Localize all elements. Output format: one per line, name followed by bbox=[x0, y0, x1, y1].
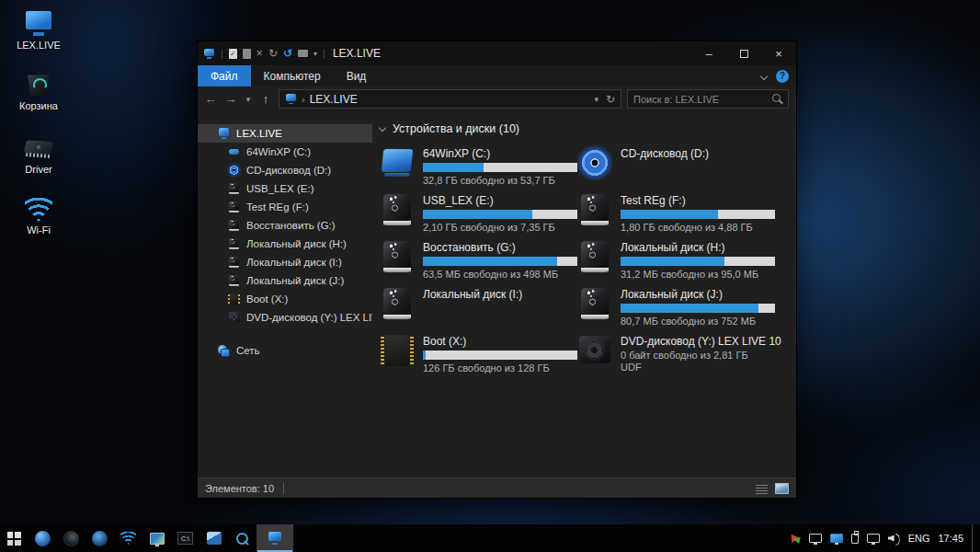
taskbar-app-file-explorer[interactable] bbox=[256, 524, 293, 552]
up-button[interactable]: ↑ bbox=[258, 92, 273, 106]
network-pc-icon[interactable] bbox=[809, 534, 822, 543]
rename-icon[interactable] bbox=[298, 50, 308, 57]
sidebar-item-drive-f[interactable]: Test REg (F:) bbox=[198, 198, 372, 216]
sidebar-item-drive-i[interactable]: Локальный диск (I:) bbox=[198, 253, 372, 271]
drive-item-j[interactable]: Локальный диск (J:) 80,7 МБ свободно из … bbox=[577, 287, 775, 329]
sidebar-item-drive-e[interactable]: USB_LEX (E:) bbox=[198, 179, 372, 198]
forward-button[interactable]: → bbox=[223, 92, 238, 106]
taskbar-app-browser-blue[interactable] bbox=[28, 524, 57, 552]
language-indicator[interactable]: ENG bbox=[908, 533, 930, 544]
chevron-down-icon[interactable] bbox=[760, 72, 768, 79]
sidebar-item-lexlive[interactable]: LEX.LIVE bbox=[198, 124, 372, 143]
taskbar-app-blue[interactable] bbox=[85, 524, 114, 552]
recent-locations-icon[interactable]: ▾ bbox=[244, 95, 253, 104]
search-icon[interactable] bbox=[772, 94, 782, 104]
sidebar-item-drive-d[interactable]: CD-дисковод (D:) bbox=[198, 161, 372, 179]
maximize-button[interactable] bbox=[726, 41, 761, 65]
external-hdd-icon bbox=[380, 240, 415, 273]
breadcrumb-location[interactable]: LEX.LIVE bbox=[310, 93, 358, 106]
breadcrumb[interactable]: › LEX.LIVE ▾ ↻ bbox=[279, 89, 621, 109]
clock[interactable]: 17:45 bbox=[938, 533, 963, 544]
sidebar-item-drive-h[interactable]: Локальный диск (H:) bbox=[198, 235, 372, 253]
group-header-label: Устройства и диски (10) bbox=[393, 122, 519, 135]
sidebar-item-label: USB_LEX (E:) bbox=[246, 183, 314, 194]
redo-icon[interactable]: ↻ bbox=[268, 47, 278, 60]
drive-item-f[interactable]: Test REg (F:) 1,80 ГБ свободно из 4,88 Г… bbox=[577, 193, 775, 236]
details-view-icon[interactable] bbox=[756, 483, 768, 494]
back-button[interactable]: ← bbox=[203, 92, 218, 106]
external-hdd-icon bbox=[380, 287, 415, 320]
drive-item-x[interactable]: Boot (X:) 126 ГБ свободно из 128 ГБ bbox=[380, 334, 577, 376]
start-button[interactable] bbox=[0, 524, 28, 552]
drive-name: 64WinXP (C:) bbox=[423, 147, 577, 160]
close-button[interactable]: × bbox=[761, 41, 796, 65]
drive-name: Локальный диск (I:) bbox=[423, 288, 522, 301]
desktop-icon-driver[interactable]: Driver bbox=[6, 133, 72, 175]
drive-grid: 64WinXP (C:) 32,8 ГБ свободно из 53,7 ГБ… bbox=[380, 146, 796, 376]
customize-dropdown-icon[interactable]: ▾ bbox=[313, 50, 317, 58]
minimize-button[interactable]: – bbox=[691, 41, 726, 65]
status-bar: Элементов: 10 bbox=[198, 477, 796, 498]
tab-computer[interactable]: Компьютер bbox=[251, 65, 334, 86]
tab-view[interactable]: Вид bbox=[334, 65, 380, 86]
drive-item-c[interactable]: 64WinXP (C:) 32,8 ГБ свободно из 53,7 ГБ bbox=[380, 146, 577, 189]
chevron-down-icon[interactable]: ▾ bbox=[594, 95, 598, 104]
sidebar-item-drive-c[interactable]: 64WinXP (C:) bbox=[198, 143, 372, 161]
magnifier-icon bbox=[235, 532, 249, 546]
taskbar-app-command-prompt[interactable]: C:\ bbox=[171, 524, 199, 552]
search-input[interactable] bbox=[633, 94, 772, 105]
separator: | bbox=[221, 48, 223, 59]
drive-item-h[interactable]: Локальный диск (H:) 31,2 МБ свободно из … bbox=[577, 240, 775, 282]
taskbar-app-remote-display[interactable] bbox=[142, 524, 171, 552]
sidebar-item-network[interactable]: Сеть bbox=[198, 341, 372, 360]
separator: | bbox=[323, 48, 325, 59]
desktop-icon-wifi[interactable]: Wi-Fi bbox=[6, 198, 72, 236]
drive-item-i[interactable]: Локальный диск (I:) bbox=[380, 287, 577, 329]
external-hdd-icon bbox=[228, 201, 240, 213]
help-icon[interactable]: ? bbox=[776, 70, 789, 83]
tab-file[interactable]: Файл bbox=[198, 65, 251, 86]
undo-icon[interactable]: ↺ bbox=[283, 47, 292, 60]
taskbar-app-browser-dark[interactable] bbox=[57, 524, 85, 552]
wifi-icon bbox=[120, 532, 136, 545]
taskbar-app-magnifier[interactable] bbox=[228, 524, 256, 552]
sidebar-item-drive-y[interactable]: DVD-дисковод (Y:) LEX LIVE 10 bbox=[198, 308, 372, 327]
new-item-icon[interactable] bbox=[243, 49, 251, 59]
recycle-bin-icon bbox=[23, 68, 54, 98]
taskbar-app-wifi[interactable] bbox=[114, 524, 142, 552]
ribbon-tabs: Файл Компьютер Вид ? bbox=[198, 65, 796, 86]
properties-check-icon[interactable]: ✓ bbox=[229, 49, 237, 59]
thumbnails-view-icon[interactable] bbox=[775, 483, 789, 494]
usb-icon[interactable] bbox=[851, 534, 859, 544]
item-count: Элементов: 10 bbox=[205, 483, 274, 494]
browser-blue-icon bbox=[35, 531, 51, 546]
drive-item-e[interactable]: USB_LEX (E:) 2,10 ГБ свободно из 7,35 ГБ bbox=[380, 193, 577, 236]
titlebar[interactable]: | ✓ × ↻ ↺ ▾ | LEX.LIVE – × bbox=[198, 41, 796, 65]
computer-icon bbox=[24, 9, 53, 37]
network-pc-icon[interactable] bbox=[867, 534, 880, 543]
refresh-icon[interactable]: ↻ bbox=[606, 93, 615, 106]
drive-item-y[interactable]: DVD-дисковод (Y:) LEX LIVE 10 0 байт сво… bbox=[577, 334, 775, 376]
desktop-icon-lexlive[interactable]: LEX.LIVE bbox=[6, 9, 72, 51]
performance-icon[interactable] bbox=[789, 533, 801, 544]
drive-name: Восстановить (G:) bbox=[423, 241, 577, 254]
sidebar-item-label: Локальный диск (I:) bbox=[246, 257, 342, 268]
volume-icon[interactable] bbox=[888, 534, 900, 544]
group-header[interactable]: Устройства и диски (10) bbox=[380, 122, 796, 135]
desktop-icon-recycle-bin[interactable]: Корзина bbox=[6, 68, 72, 111]
sidebar-item-drive-g[interactable]: Восстановить (G:) bbox=[198, 216, 372, 235]
sidebar-item-drive-j[interactable]: Локальный диск (J:) bbox=[198, 271, 372, 290]
sidebar-item-label: Test REg (F:) bbox=[246, 201, 309, 213]
app-blue-icon bbox=[92, 531, 108, 546]
sidebar-item-drive-x[interactable]: Boot (X:) bbox=[198, 290, 372, 308]
show-desktop-button[interactable] bbox=[972, 524, 976, 552]
dvd-drive-icon bbox=[228, 312, 240, 324]
drive-usage-bar bbox=[621, 257, 775, 266]
drive-item-d[interactable]: CD-дисковод (D:) bbox=[577, 146, 775, 189]
taskbar-app-files[interactable] bbox=[199, 524, 228, 552]
display-icon[interactable] bbox=[830, 534, 843, 543]
drive-item-g[interactable]: Восстановить (G:) 63,5 МБ свободно из 49… bbox=[380, 240, 577, 282]
computer-icon[interactable] bbox=[203, 48, 215, 59]
maximize-icon bbox=[740, 50, 748, 58]
delete-icon[interactable]: × bbox=[256, 47, 263, 60]
